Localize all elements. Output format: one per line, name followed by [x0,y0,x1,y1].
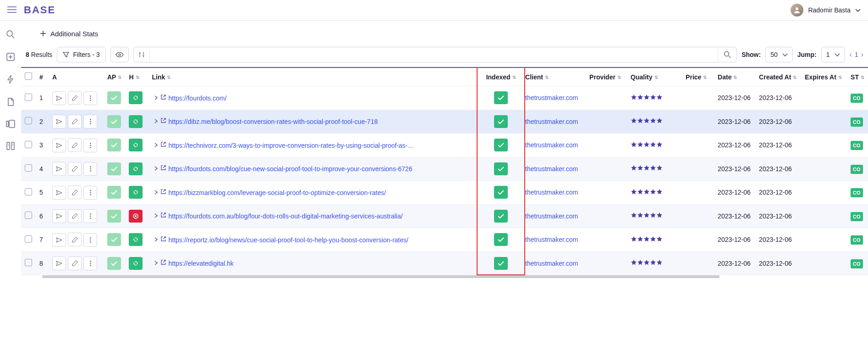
external-link-icon[interactable] [160,141,166,149]
search-button[interactable] [718,47,736,62]
client-link[interactable]: thetrustmaker.com [525,212,578,220]
col-client[interactable]: Client⇅ [522,68,586,86]
col-created[interactable]: Created At⇅ [755,68,801,86]
more-button[interactable] [83,162,97,176]
col-price[interactable]: Price⇅ [682,68,714,86]
send-button[interactable] [52,186,66,200]
client-link[interactable]: thetrustmaker.com [525,118,578,125]
col-expires[interactable]: Expires At⇅ [801,68,847,86]
edit-button[interactable] [68,115,82,128]
more-button[interactable] [83,139,97,152]
client-link[interactable]: thetrustmaker.com [525,141,578,149]
external-link-icon[interactable] [160,236,166,243]
additional-stats-toggle[interactable]: Additional Stats [21,21,868,47]
link-url[interactable]: https://fourdots.com.au/blog/four-dots-r… [168,212,402,220]
edit-button[interactable] [68,233,82,246]
col-st[interactable]: ST⇅ [847,68,868,86]
servers-icon[interactable] [6,141,15,152]
row-checkbox[interactable] [25,259,32,266]
col-provider[interactable]: Provider⇅ [586,68,627,86]
link-url[interactable]: https://fourdots.com/blog/cue-new-social… [168,165,412,173]
row-checkbox[interactable] [25,94,32,101]
expand-row-button[interactable] [154,212,158,219]
expand-row-button[interactable] [154,189,158,196]
edit-button[interactable] [68,91,82,105]
send-button[interactable] [52,162,66,176]
external-link-icon[interactable] [160,259,166,267]
more-button[interactable] [83,257,97,270]
search-icon[interactable] [6,30,15,40]
link-url[interactable]: https://elevatedigital.hk [168,260,233,267]
row-checkbox[interactable] [25,212,32,219]
more-button[interactable] [83,115,97,128]
client-link[interactable]: thetrustmaker.com [525,189,578,196]
send-button[interactable] [52,209,66,223]
client-link[interactable]: thetrustmaker.com [525,165,578,173]
link-url[interactable]: https://technivorz.com/3-ways-to-improve… [168,142,416,149]
row-checkbox[interactable] [25,117,32,124]
expand-row-button[interactable] [154,236,158,243]
send-button[interactable] [52,139,66,152]
external-link-icon[interactable] [160,117,166,125]
prev-page-button[interactable]: ‹ [850,50,852,59]
link-url[interactable]: https://fourdots.com/ [168,95,226,102]
search-settings-button[interactable] [134,47,150,62]
visibility-button[interactable] [110,47,129,62]
filters-button[interactable]: Filters - 3 [57,47,105,62]
show-select[interactable]: 50 [765,47,793,62]
expand-row-button[interactable] [154,259,158,267]
expand-row-button[interactable] [154,141,158,149]
external-link-icon[interactable] [160,94,166,101]
link-url[interactable]: https://dibz.me/blog/boost-conversion-ra… [168,118,378,125]
client-link[interactable]: thetrustmaker.com [525,94,578,101]
send-button[interactable] [52,257,66,270]
row-checkbox[interactable] [25,188,32,195]
expand-row-button[interactable] [154,117,158,125]
search-input[interactable] [150,47,718,62]
document-icon[interactable] [6,97,15,108]
more-button[interactable] [83,186,97,200]
more-button[interactable] [83,233,97,247]
user-menu[interactable]: Radomir Basta [791,4,861,17]
col-quality[interactable]: Quality⇅ [627,68,682,86]
jump-select[interactable]: 1 [821,47,845,62]
svg-point-31 [90,241,91,242]
row-checkbox[interactable] [25,141,32,148]
expand-row-button[interactable] [154,165,158,172]
external-link-icon[interactable] [160,212,166,219]
client-link[interactable]: thetrustmaker.com [525,236,578,243]
columns-icon[interactable] [6,120,15,129]
col-indexed[interactable]: Indexed⇅ [480,68,522,86]
col-h[interactable]: H⇅ [125,68,148,86]
col-link[interactable]: Link⇅ [148,68,480,86]
col-ap[interactable]: AP⇅ [104,68,125,86]
send-button[interactable] [52,233,66,247]
expand-row-button[interactable] [154,94,158,101]
more-button[interactable] [83,91,97,105]
row-checkbox[interactable] [25,235,32,243]
send-button[interactable] [52,91,66,105]
edit-button[interactable] [68,185,82,199]
edit-button[interactable] [68,162,82,176]
row-checkbox[interactable] [25,164,32,172]
select-all-checkbox[interactable] [25,73,32,80]
horizontal-scrollbar[interactable] [42,275,720,278]
created-cell: 2023-12-06 [755,181,801,205]
edit-button[interactable] [68,257,82,270]
edit-button[interactable] [68,209,82,223]
more-button[interactable] [83,209,97,223]
client-link[interactable]: thetrustmaker.com [525,260,578,267]
external-link-icon[interactable] [160,165,166,172]
col-date[interactable]: Date⇅ [714,68,755,86]
link-url[interactable]: https://reportz.io/blog/news/cue-social-… [168,236,408,244]
quality-stars [631,212,663,220]
menu-toggle-button[interactable] [7,6,16,14]
link-url[interactable]: https://bizzmarkblog.com/leverage-social… [168,189,386,196]
edit-button[interactable] [68,138,82,152]
indexed-status [494,257,508,270]
external-link-icon[interactable] [160,189,166,196]
bolt-icon[interactable] [6,75,15,85]
send-button[interactable] [52,115,66,128]
next-page-button[interactable]: › [861,50,863,59]
add-icon[interactable] [6,52,15,63]
